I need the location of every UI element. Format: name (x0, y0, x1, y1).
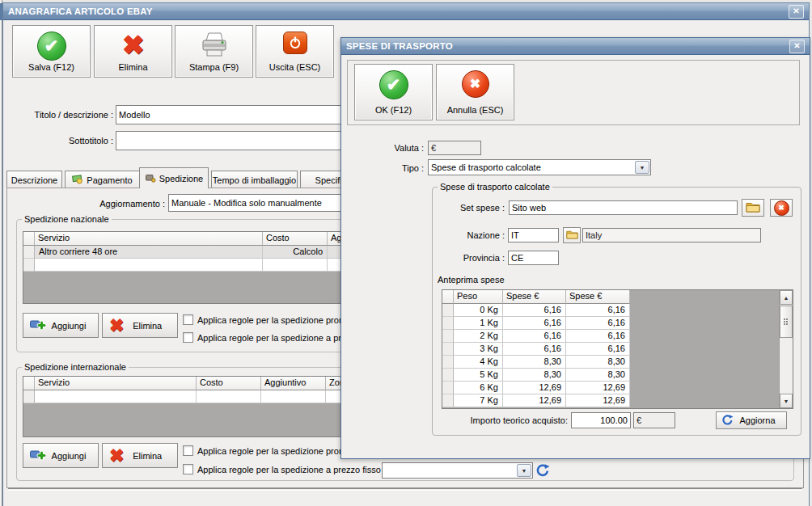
main-close-icon[interactable]: ✕ (789, 5, 804, 19)
preview-grid-scrollbar[interactable]: ▲ ▼ (779, 290, 793, 408)
table-cell[interactable]: 8,30 (566, 369, 630, 382)
table-cell[interactable]: 8,30 (503, 356, 566, 369)
table-cell[interactable]: 8,30 (566, 356, 630, 369)
international-delete-button[interactable]: ✖ Elimina (102, 443, 178, 468)
tab-descrizione[interactable]: Descrizione (6, 171, 62, 188)
table-cell[interactable] (35, 259, 263, 272)
table-row[interactable]: 3 Kg6,166,16 (442, 343, 793, 356)
tab-spedizione[interactable]: Spedizione (139, 167, 209, 188)
nation-browse-button[interactable] (563, 227, 581, 243)
column-header[interactable]: Aggiuntivo (261, 377, 326, 390)
scroll-up-icon[interactable]: ▲ (780, 290, 793, 305)
row-selector[interactable] (442, 330, 454, 343)
table-cell[interactable]: 5 Kg (454, 369, 503, 382)
cost-set-clear-button[interactable]: ✖ (770, 199, 793, 217)
table-row[interactable]: 7 Kg12,6912,69 (442, 394, 793, 407)
column-header[interactable]: Costo (263, 232, 328, 246)
check-circle-icon: ✔ (37, 32, 66, 61)
fixedprice-refresh-icon[interactable] (535, 463, 550, 478)
column-header[interactable]: Spese € (503, 290, 566, 304)
table-row[interactable]: 5 Kg8,308,30 (442, 369, 793, 382)
table-cell[interactable]: Altro corriere 48 ore (35, 246, 263, 259)
fixedprice-rule-select[interactable]: ▼ (382, 462, 533, 479)
table-cell[interactable]: 6,16 (503, 317, 566, 330)
cost-set-field[interactable]: Sito web (509, 200, 738, 215)
national-fixedprice-checkbox[interactable] (183, 332, 193, 343)
scroll-down-icon[interactable]: ▼ (780, 394, 793, 408)
national-promo-checkbox[interactable] (183, 314, 193, 325)
column-header[interactable]: Servizio (35, 232, 263, 246)
title-field-label: Titolo / descrizione : (16, 105, 113, 124)
table-cell[interactable]: 2 Kg (454, 330, 503, 343)
table-row[interactable]: 6 Kg12,6912,69 (442, 382, 793, 394)
table-cell[interactable]: 0 Kg (454, 304, 503, 317)
chevron-down-icon[interactable]: ▼ (635, 161, 649, 174)
row-selector[interactable] (442, 369, 454, 382)
print-button[interactable]: Stampa (F9) (175, 25, 253, 78)
row-selector[interactable] (442, 356, 454, 369)
scroll-thumb[interactable] (780, 306, 793, 338)
column-header[interactable]: Spese € (566, 290, 630, 304)
table-cell[interactable]: 4 Kg (454, 356, 503, 369)
table-cell[interactable]: 6,16 (566, 304, 630, 317)
update-rates-button[interactable]: Aggiorna (716, 411, 787, 429)
row-selector[interactable] (23, 259, 35, 272)
table-cell[interactable]: 6,16 (566, 330, 630, 343)
table-cell[interactable]: 6 Kg (454, 382, 503, 394)
table-cell[interactable]: 8,30 (503, 369, 566, 382)
dialog-titlebar[interactable]: SPESE DI TRASPORTO ✕ (341, 38, 810, 55)
tab-tempo-imballaggio[interactable]: Tempo di imballaggio (211, 171, 298, 188)
table-cell[interactable]: 12,69 (503, 394, 566, 407)
table-row[interactable]: 1 Kg6,166,16 (442, 317, 793, 330)
table-cell[interactable]: 6,16 (503, 330, 566, 343)
national-delete-button[interactable]: ✖ Elimina (102, 313, 178, 338)
preview-grid[interactable]: Peso Spese € Spese € 0 Kg6,166,161 Kg6,1… (442, 289, 793, 409)
chevron-down-icon[interactable]: ▼ (517, 464, 531, 477)
column-header[interactable]: Servizio (35, 377, 197, 390)
row-selector[interactable] (442, 317, 454, 330)
table-cell[interactable] (263, 259, 328, 272)
table-cell[interactable] (197, 390, 261, 403)
table-cell[interactable]: 12,69 (566, 382, 630, 394)
table-cell[interactable]: 7 Kg (454, 394, 503, 407)
table-cell[interactable]: 3 Kg (454, 343, 503, 356)
type-select[interactable]: Spese di trasporto calcolate ▼ (428, 159, 651, 175)
column-header[interactable]: Peso (454, 290, 503, 304)
table-cell[interactable]: 12,69 (503, 382, 566, 394)
table-row[interactable]: 2 Kg6,166,16 (442, 330, 793, 343)
table-cell[interactable]: 6,16 (566, 317, 630, 330)
international-promo-checkbox[interactable] (183, 445, 193, 456)
main-titlebar[interactable]: ANAGRAFICA ARTICOLO EBAY ✕ (3, 3, 809, 20)
table-cell[interactable]: 6,16 (503, 304, 566, 317)
row-selector[interactable] (442, 382, 454, 394)
row-selector[interactable] (23, 390, 35, 403)
ok-button[interactable]: ✔ OK (F12) (354, 64, 433, 120)
international-add-button[interactable]: Aggiungi (23, 443, 99, 468)
row-selector[interactable] (442, 394, 454, 407)
delete-button[interactable]: ✖ Elimina (94, 25, 172, 78)
cancel-button[interactable]: ✖ Annulla (ESC) (436, 64, 514, 120)
nation-code-field[interactable]: IT (508, 228, 559, 242)
table-cell[interactable] (261, 390, 326, 403)
table-cell[interactable]: 1 Kg (454, 317, 503, 330)
theoretical-amount-field[interactable]: 100.00 (571, 412, 631, 428)
row-selector[interactable] (442, 304, 454, 317)
table-cell[interactable]: Calcolo (263, 246, 328, 259)
national-add-button[interactable]: Aggiungi (23, 313, 99, 338)
table-cell[interactable] (35, 390, 197, 403)
table-cell[interactable]: 12,69 (566, 394, 630, 407)
save-button[interactable]: ✔ Salva (F12) (12, 25, 91, 78)
province-field[interactable]: CE (508, 251, 559, 265)
row-selector[interactable] (442, 343, 454, 356)
cost-set-browse-button[interactable] (742, 199, 764, 217)
exit-button[interactable]: Uscita (ESC) (256, 25, 334, 78)
tab-pagamento[interactable]: Pagamento (65, 171, 140, 188)
table-row[interactable]: 4 Kg8,308,30 (442, 356, 793, 369)
international-fixedprice-checkbox[interactable] (183, 464, 193, 474)
table-row[interactable]: 0 Kg6,166,16 (442, 304, 793, 317)
table-cell[interactable]: 6,16 (566, 343, 630, 356)
row-selector[interactable] (23, 246, 35, 259)
table-cell[interactable]: 6,16 (503, 343, 566, 356)
dialog-close-icon[interactable]: ✕ (789, 40, 805, 53)
column-header[interactable]: Costo (197, 377, 261, 390)
